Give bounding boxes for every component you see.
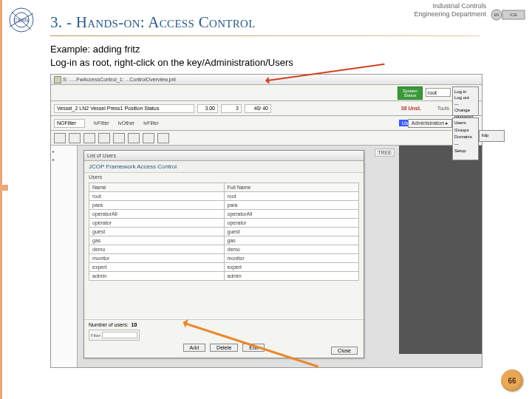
toolbar-icon[interactable] xyxy=(157,133,169,143)
menu-item-login[interactable]: Log in xyxy=(454,89,477,95)
cern-logo: CERN xyxy=(6,4,37,35)
table-row[interactable]: gasgas xyxy=(89,236,359,245)
filter-label: Filter xyxy=(91,333,100,338)
tools-label[interactable]: Tools xyxy=(437,106,449,111)
users-window-title: List of Users xyxy=(84,151,364,161)
col-fullname[interactable]: Full Name xyxy=(224,183,359,192)
svg-text:CERN: CERN xyxy=(14,18,29,23)
toolbar-icon[interactable] xyxy=(69,133,81,143)
user-count: Number of users: 10 xyxy=(89,322,359,327)
system-status-badge[interactable]: System Status xyxy=(398,86,423,100)
users-window: List of Users JCOP Framework Access Cont… xyxy=(83,150,364,358)
toolbar-icon[interactable] xyxy=(54,133,66,143)
department-header: Industrial Controls Engineering Departme… xyxy=(414,2,486,18)
example-text: Example: adding fritz Log-in as root, ri… xyxy=(50,43,293,69)
table-row[interactable]: demodemo xyxy=(89,245,359,254)
value-2: 3 xyxy=(221,104,242,113)
title-underline xyxy=(50,35,480,36)
users-table: Name Full Name rootroot parapara operato… xyxy=(89,183,359,281)
menu-item-logout[interactable]: Log out xyxy=(454,95,477,100)
page-number-badge: 66 xyxy=(501,369,523,392)
svg-text:EN: EN xyxy=(494,13,499,17)
table-row[interactable]: rootroot xyxy=(89,192,359,201)
submenu-setup[interactable]: Setup xyxy=(454,148,477,155)
table-row[interactable]: adminadmin xyxy=(89,272,359,281)
tree-panel[interactable]: ▸ ▸ xyxy=(51,146,78,367)
slide-accent-marker xyxy=(2,185,8,191)
icon-toolbar xyxy=(51,131,482,146)
filter-box: Filter xyxy=(89,330,140,341)
toolbar-icon[interactable] xyxy=(128,133,140,143)
table-row[interactable]: operatorAlloperatorAll xyxy=(89,210,359,219)
filter-cell-1[interactable]: lvFilter xyxy=(94,120,109,126)
table-row[interactable]: monitormonitor xyxy=(89,254,359,263)
toolbar-icon[interactable] xyxy=(143,133,154,143)
toolbar-icon[interactable] xyxy=(113,133,125,143)
window-icon xyxy=(54,76,61,83)
admin-submenu: Users Groups Domains — Setup lidp xyxy=(452,117,479,160)
col-name[interactable]: Name xyxy=(89,183,225,192)
app-screenshot: S: .....FwAccessControl_1: ...ControlOve… xyxy=(50,74,482,368)
unstable-indicator: 38 Unst. xyxy=(401,106,421,111)
menu-sep: — xyxy=(454,101,477,107)
users-section-label: Users xyxy=(84,173,364,181)
toolbar-row-3: NOFilter lvFilter lvOther lvFilter Users… xyxy=(51,116,482,131)
svg-text:ICE: ICE xyxy=(510,13,517,17)
table-row[interactable]: parapara xyxy=(89,201,359,210)
submenu-sep: — xyxy=(454,141,477,149)
device-label: Vessel_2 LN2 Vessel Press1 Position Stat… xyxy=(54,104,194,113)
window-title: S: .....FwAccessControl_1: ...ControlOve… xyxy=(63,77,176,82)
submenu-domains[interactable]: Domains xyxy=(454,134,477,141)
dark-backdrop xyxy=(399,146,482,354)
menu-item-administration[interactable]: Administration ▸ xyxy=(408,119,452,128)
submenu-users[interactable]: Users xyxy=(454,120,477,127)
users-window-subtitle: JCOP Framework Access Control xyxy=(84,161,364,173)
table-row[interactable]: guestguest xyxy=(89,228,359,236)
current-user-box[interactable]: root xyxy=(426,88,451,97)
admin-submenu-child[interactable]: lidp xyxy=(479,130,505,142)
toolbar-icon[interactable] xyxy=(83,133,95,143)
user-context-menu[interactable]: Log in Log out — Change password xyxy=(452,86,479,116)
value-1: 3.00 xyxy=(197,104,218,113)
toolbar-icon[interactable] xyxy=(98,133,110,143)
value-3: 40/ 40 xyxy=(245,104,271,113)
toolbar-row-1: System Status root Log in Log out — Chan… xyxy=(51,85,482,101)
filter-cell-0[interactable]: NOFilter xyxy=(54,119,85,128)
delete-button[interactable]: Delete xyxy=(210,344,238,352)
toolbar-row-2: Vessel_2 LN2 Vessel Press1 Position Stat… xyxy=(51,101,482,116)
slide-accent-stripe xyxy=(0,0,2,399)
filter-cell-3[interactable]: lvFilter xyxy=(143,120,159,126)
close-button[interactable]: Close xyxy=(331,347,358,355)
table-row[interactable]: operatoroperator xyxy=(89,219,359,228)
page-title: 3. - Hands-on: Access Control xyxy=(50,13,256,32)
filter-cell-2[interactable]: lvOther xyxy=(118,120,135,126)
table-row[interactable]: expertexpert xyxy=(89,263,359,272)
filter-input[interactable] xyxy=(102,332,137,338)
add-button[interactable]: Add xyxy=(183,344,205,352)
enice-logo: EN ICE xyxy=(491,7,526,22)
key-item[interactable]: TREE xyxy=(375,149,395,157)
submenu-groups[interactable]: Groups xyxy=(454,127,477,134)
